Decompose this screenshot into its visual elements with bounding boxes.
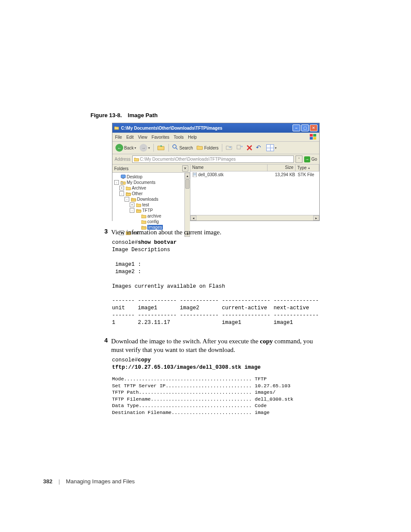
forward-button[interactable]: → ▾: [138, 143, 151, 152]
svg-rect-6: [237, 145, 240, 149]
scroll-left-icon[interactable]: ◂: [190, 215, 196, 221]
folder-open-icon: [114, 125, 119, 131]
scroll-up-icon[interactable]: ▴: [185, 173, 190, 179]
scroll-thumb[interactable]: [185, 179, 190, 189]
folder-open-icon: [134, 157, 139, 162]
svg-rect-12: [193, 172, 196, 177]
address-bar: Address C:\My Documents\Other\Downloads\…: [112, 154, 319, 165]
console-output: console#copy tftp://10.27.65.103/images/…: [112, 357, 377, 371]
folder-up-icon: [157, 144, 165, 152]
undo-button[interactable]: ↶: [255, 144, 264, 152]
tree-node[interactable]: +Archive: [114, 185, 183, 191]
page-footer: 382 | Managing Images and Files: [43, 478, 135, 485]
collapse-icon[interactable]: -: [125, 197, 129, 202]
chevron-down-icon: ▾: [275, 146, 277, 150]
collapse-icon[interactable]: -: [114, 180, 119, 185]
tree-node[interactable]: config: [114, 219, 183, 224]
folder-icon: [136, 202, 141, 207]
menu-favorites[interactable]: Favorites: [152, 135, 169, 140]
menu-view[interactable]: View: [138, 135, 147, 140]
folder-open-icon: [126, 191, 131, 196]
go-button[interactable]: → Go: [304, 156, 317, 162]
minimize-button[interactable]: ‒: [293, 124, 300, 131]
svg-rect-10: [122, 178, 124, 179]
step-number: 3: [99, 228, 108, 236]
move-to-icon: [226, 144, 233, 151]
chapter-title: Managing Images and Files: [66, 478, 135, 485]
expand-icon[interactable]: +: [119, 186, 124, 190]
tree-node[interactable]: archive: [114, 213, 183, 219]
tree-node[interactable]: -Downloads: [114, 196, 183, 202]
copy-to-button[interactable]: [235, 144, 244, 152]
search-button[interactable]: Search: [171, 144, 194, 152]
folder-open-icon: [136, 208, 141, 213]
folder-tree[interactable]: Desktop-My Documents+Archive-Other-Downl…: [112, 173, 184, 237]
arrow-left-icon: ←: [115, 144, 123, 152]
close-pane-button[interactable]: ✕: [182, 165, 188, 171]
doc-icon: [121, 180, 126, 185]
tree-spacer: [114, 175, 119, 179]
tree-node[interactable]: +test: [114, 202, 183, 208]
column-headers[interactable]: Name Size Type ▲: [190, 165, 319, 171]
move-to-button[interactable]: [224, 144, 234, 152]
back-label: Back: [124, 146, 134, 150]
figure-caption: Figure 13-8. Image Path: [90, 112, 377, 118]
file-list-pane: Name Size Type ▲ dell_0308.stk13,294 KBS…: [190, 165, 319, 221]
column-name[interactable]: Name: [190, 165, 268, 171]
figure-number: Figure 13-8.: [90, 112, 122, 118]
folders-pane-title: Folders: [114, 166, 182, 171]
go-arrow-icon: →: [304, 156, 310, 162]
menubar: File Edit View Favorites Tools Help: [112, 133, 319, 142]
tree-node-label: config: [147, 219, 159, 224]
maximize-button[interactable]: ▢: [301, 124, 309, 131]
expand-icon[interactable]: +: [130, 202, 134, 207]
back-button[interactable]: ← Back ▾: [114, 143, 137, 152]
step-number: 4: [99, 337, 108, 355]
vertical-scrollbar[interactable]: ▴ ▾: [184, 173, 190, 237]
close-button[interactable]: ✕: [310, 124, 318, 131]
search-icon: [172, 144, 178, 151]
menu-edit[interactable]: Edit: [126, 135, 134, 140]
titlebar[interactable]: C:\My Documents\Other\Downloads\TFTP\ima…: [112, 123, 319, 133]
file-row[interactable]: dell_0308.stk13,294 KBSTK File: [192, 172, 318, 177]
arrow-right-icon: →: [140, 144, 147, 152]
tree-node-label: Downloads: [137, 197, 158, 202]
column-size[interactable]: Size: [268, 165, 296, 171]
console-output: Mode....................................…: [112, 376, 377, 416]
up-button[interactable]: [156, 143, 166, 152]
tree-node[interactable]: -My Documents: [114, 180, 183, 185]
address-dropdown[interactable]: ˅: [296, 156, 302, 163]
menu-file[interactable]: File: [115, 135, 122, 140]
folders-button[interactable]: Folders: [195, 144, 220, 152]
folders-pane: Folders ✕ Desktop-My Documents+Archive-O…: [112, 165, 190, 221]
folders-label: Folders: [204, 146, 218, 150]
views-button[interactable]: ▾: [265, 144, 278, 152]
folder-icon: [141, 219, 146, 224]
address-input[interactable]: C:\My Documents\Other\Downloads\TFTP\ima…: [132, 156, 294, 163]
footer-divider: |: [59, 478, 60, 485]
tree-node[interactable]: Desktop: [114, 174, 183, 180]
collapse-icon[interactable]: -: [130, 208, 134, 213]
menu-help[interactable]: Help: [188, 135, 197, 140]
folder-icon: [126, 186, 131, 190]
tree-node-label: TFTP: [142, 208, 153, 213]
menu-tools[interactable]: Tools: [174, 135, 184, 140]
collapse-icon[interactable]: -: [119, 191, 124, 196]
file-rows[interactable]: dell_0308.stk13,294 KBSTK File: [190, 171, 319, 215]
svg-line-5: [176, 148, 177, 149]
page-number: 382: [43, 478, 53, 485]
sort-asc-icon: ▲: [308, 166, 311, 169]
svg-point-4: [173, 145, 176, 148]
file-type: STK File: [298, 172, 318, 177]
delete-button[interactable]: [245, 144, 254, 151]
delete-icon: [246, 145, 252, 151]
scroll-right-icon[interactable]: ▸: [313, 215, 319, 221]
tree-node[interactable]: -TFTP: [114, 208, 183, 213]
svg-rect-13: [193, 173, 196, 174]
separator: [168, 144, 169, 152]
tree-node[interactable]: -Other: [114, 191, 183, 196]
horizontal-scrollbar[interactable]: ◂ ▸: [190, 215, 319, 221]
toolbar: ← Back ▾ → ▾ Search: [112, 142, 319, 154]
column-type[interactable]: Type ▲: [296, 165, 319, 171]
window-title: C:\My Documents\Other\Downloads\TFTP\ima…: [121, 126, 293, 131]
